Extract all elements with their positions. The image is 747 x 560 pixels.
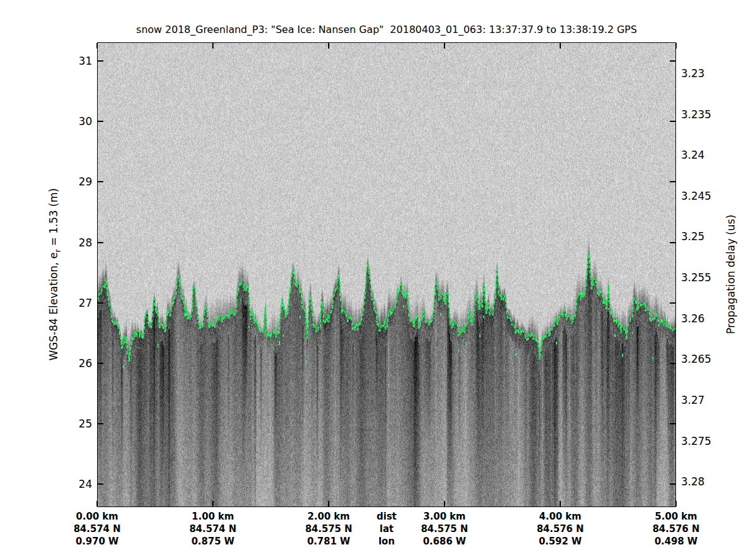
distance-tick-mark-top — [444, 43, 445, 49]
distance-label: 1.00 km — [189, 510, 237, 523]
distance-tick-mark-bottom — [328, 501, 329, 506]
elevation-tick-mark-right — [670, 302, 675, 304]
delay-tick-label: 3.235 — [681, 109, 737, 120]
delay-tick-label: 3.245 — [681, 190, 737, 202]
distance-tick-mark-top — [212, 43, 214, 49]
figure-root: snow 2018_Greenland_P3: "Sea Ice: Nansen… — [0, 0, 747, 560]
latitude-label: 84.574 N — [73, 523, 121, 535]
latitude-label: lat — [377, 523, 397, 535]
distance-label: 2.00 km — [305, 510, 352, 523]
delay-tick-label: 3.25 — [681, 231, 737, 242]
delay-tick-label: 3.255 — [681, 272, 737, 283]
elevation-tick-mark-right — [670, 181, 675, 182]
delay-tick-label: 3.26 — [681, 313, 737, 324]
distance-tick-mark-bottom — [212, 501, 214, 506]
longitude-label: lon — [377, 535, 397, 548]
distance-column: 4.00 km84.576 N0.592 W — [537, 510, 584, 548]
latitude-label: 84.575 N — [305, 523, 352, 535]
distance-tick-mark-bottom — [96, 501, 98, 506]
distance-column: 1.00 km84.574 N0.875 W — [189, 510, 237, 548]
delay-tick-label: 3.28 — [681, 476, 737, 487]
distance-tick-mark-top — [328, 43, 329, 49]
distance-label: 4.00 km — [537, 510, 584, 523]
elevation-tick-label: 30 — [36, 116, 92, 127]
longitude-label: 0.592 W — [537, 535, 584, 548]
elevation-tick-mark-left — [98, 363, 103, 364]
distance-tick-mark-top — [560, 43, 561, 49]
left-axis-label-subscript: r — [54, 250, 62, 253]
elevation-tick-label: 29 — [36, 176, 92, 187]
elevation-tick-mark-right — [670, 423, 675, 424]
elevation-tick-mark-right — [670, 363, 675, 364]
longitude-label: 0.875 W — [189, 535, 237, 548]
elevation-tick-label: 26 — [36, 358, 92, 369]
elevation-tick-mark-right — [670, 483, 675, 485]
distance-label: 0.00 km — [73, 510, 121, 523]
distance-label: 3.00 km — [421, 510, 468, 523]
latitude-label: 84.575 N — [421, 523, 468, 535]
elevation-tick-mark-right — [670, 121, 675, 122]
elevation-tick-label: 24 — [36, 478, 92, 490]
delay-tick-label: 3.24 — [681, 149, 737, 161]
longitude-label: 0.781 W — [305, 535, 352, 548]
distance-column: 2.00 km84.575 N0.781 W — [305, 510, 352, 548]
delay-tick-label: 3.27 — [681, 394, 737, 406]
longitude-label: 0.970 W — [73, 535, 121, 548]
distance-tick-mark-top — [675, 43, 677, 49]
axis-header-column: distlatlon — [377, 510, 397, 548]
distance-label: 5.00 km — [652, 510, 700, 523]
delay-tick-label: 3.265 — [681, 353, 737, 365]
echogram-canvas — [98, 43, 675, 506]
elevation-tick-label: 25 — [36, 418, 92, 429]
delay-tick-label: 3.23 — [681, 68, 737, 79]
elevation-tick-mark-left — [98, 242, 103, 243]
distance-tick-mark-top — [96, 43, 98, 49]
elevation-tick-mark-left — [98, 181, 103, 182]
latitude-label: 84.576 N — [537, 523, 584, 535]
delay-tick-label: 3.275 — [681, 436, 737, 447]
elevation-tick-mark-left — [98, 121, 103, 122]
left-axis-label: WGS-84 Elevation, er = 1.53 (m) — [47, 188, 62, 360]
elevation-tick-mark-left — [98, 302, 103, 304]
distance-label: dist — [377, 510, 397, 523]
elevation-tick-label: 27 — [36, 297, 92, 309]
latitude-label: 84.576 N — [652, 523, 700, 535]
longitude-label: 0.686 W — [421, 535, 468, 548]
elevation-tick-mark-left — [98, 483, 103, 485]
elevation-tick-mark-right — [670, 242, 675, 243]
distance-column: 0.00 km84.574 N0.970 W — [73, 510, 121, 548]
elevation-tick-mark-right — [670, 60, 675, 62]
chart-title: snow 2018_Greenland_P3: "Sea Ice: Nansen… — [136, 24, 637, 35]
distance-tick-mark-bottom — [560, 501, 561, 506]
elevation-tick-mark-left — [98, 423, 103, 424]
elevation-tick-mark-left — [98, 60, 103, 62]
distance-tick-mark-bottom — [675, 501, 677, 506]
latitude-label: 84.574 N — [189, 523, 237, 535]
distance-tick-mark-bottom — [444, 501, 445, 506]
elevation-tick-label: 28 — [36, 237, 92, 248]
distance-column: 5.00 km84.576 N0.498 W — [652, 510, 700, 548]
distance-column: 3.00 km84.575 N0.686 W — [421, 510, 468, 548]
longitude-label: 0.498 W — [652, 535, 700, 548]
elevation-tick-label: 31 — [36, 55, 92, 67]
